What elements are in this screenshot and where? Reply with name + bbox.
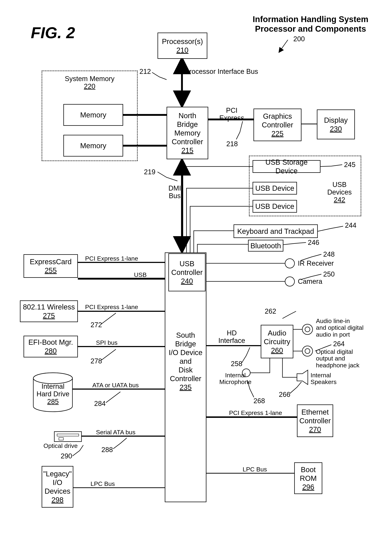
display-name: Display — [324, 116, 348, 125]
mic-l2: Microphone — [216, 379, 254, 385]
dmi-ref: 219 — [144, 168, 155, 176]
graphics-name: Graphics Controller — [255, 112, 300, 129]
ec-usb-label: USB — [134, 271, 147, 278]
hdif-label: HD Interface — [216, 329, 248, 345]
pcie-ref: 218 — [226, 140, 238, 148]
br-l1: Boot — [301, 465, 316, 474]
efi-ref: 280 — [45, 347, 57, 355]
usb-ctrl-top-ref: 240 — [181, 277, 193, 285]
audio-block: Audio Circuitry 260 — [261, 325, 293, 358]
ir-icon — [285, 258, 295, 268]
optical-name: Optical drive — [43, 442, 78, 449]
hdd-l2: Hard Drive — [34, 390, 71, 398]
br-ref: 296 — [302, 483, 314, 491]
spk-l1: Internal — [311, 372, 340, 379]
wireless-pcie-ref: 272 — [90, 321, 102, 329]
camera-icon — [285, 276, 295, 286]
ata-ref: 284 — [94, 400, 106, 408]
hdd-l1: Internal — [34, 383, 71, 390]
expresscard-ref: 255 — [45, 266, 57, 275]
legacy-l1: "Legacy" — [43, 470, 72, 478]
optical-ref: 290 — [61, 452, 72, 460]
eth-ref: 270 — [309, 425, 321, 434]
line-in-l3: audio in port — [316, 331, 370, 338]
usb-devices-title: USB Devices 242 — [322, 181, 357, 204]
processor-name: Processor(s) — [162, 37, 203, 46]
figure-title-line1: Information Handling System — [252, 15, 369, 24]
nb-line3: Controller — [172, 137, 203, 146]
proc-bus-label: Processor Interface Bus — [185, 68, 258, 75]
north-bridge-block: North Bridge Memory Controller 215 — [166, 107, 208, 159]
wireless-block: 802.11 Wireless 275 — [20, 300, 78, 322]
usb-ctrl-top-l1: USB — [179, 259, 194, 268]
lpc-right-label: LPC Bus — [243, 466, 267, 473]
eth-l1: Ethernet — [301, 408, 329, 416]
svg-rect-24 — [59, 438, 63, 440]
out-l1: Optical digital — [316, 348, 370, 355]
efi-block: EFI-Boot Mgr. 280 — [24, 336, 78, 357]
usb-devices-name: USB Devices — [322, 181, 357, 196]
audio-l1: Audio — [268, 329, 286, 337]
sb-l5: Controller — [170, 374, 201, 383]
keyboard-block: Keyboard and Trackpad — [234, 224, 318, 238]
sb-l4: Disk — [179, 365, 193, 374]
bluetooth-name: Bluetooth — [250, 241, 281, 250]
expresscard-block: ExpressCard 255 — [24, 254, 78, 278]
memory-1-name: Memory — [80, 110, 106, 119]
hdd-ref: 285 — [34, 398, 71, 405]
legacy-block: "Legacy" I/O Devices 298 — [42, 466, 73, 508]
memory-2-name: Memory — [80, 141, 106, 150]
mic-ref: 268 — [253, 397, 265, 405]
ethernet-block: Ethernet Controller 270 — [297, 405, 333, 437]
pcie-text: PCI Express — [216, 107, 248, 122]
line-in-l1: Audio line-in — [316, 318, 370, 324]
out-l2: output and — [316, 355, 370, 362]
proc-bus-ref: 212 — [139, 68, 151, 75]
line-in-label: Audio line-in and optical digital audio … — [316, 318, 370, 338]
usb-dev-1-name: USB Device — [255, 184, 294, 193]
figure-title-line2: Processor and Components — [252, 24, 369, 34]
bluetooth-block: Bluetooth — [248, 240, 283, 251]
wireless-pcie-label: PCI Express 1-lane — [85, 304, 138, 310]
nb-ref: 215 — [181, 146, 194, 155]
mic-label: Internal Microphone — [216, 372, 254, 385]
memory-1: Memory — [63, 104, 123, 126]
svg-rect-23 — [57, 434, 79, 436]
memory-2: Memory — [63, 135, 123, 156]
figure-title: Information Handling System Processor an… — [252, 15, 369, 34]
keyboard-name: Keyboard and Trackpad — [237, 227, 314, 236]
display-block: Display 230 — [317, 110, 355, 139]
keyboard-ref: 244 — [345, 222, 356, 229]
svg-line-0 — [279, 40, 288, 52]
ir-ref: 248 — [323, 251, 335, 258]
graphics-ref: 225 — [271, 129, 284, 138]
dmi-label: DMI Bus — [166, 185, 183, 200]
ir-name: IR Receiver — [298, 260, 334, 267]
ata-label: ATA or UATA bus — [92, 382, 139, 389]
usb-controller-block-top: USB Controller 240 — [168, 253, 206, 291]
sata-label: Serial ATA bus — [96, 429, 136, 435]
audio-l2: Circuitry — [264, 337, 290, 346]
camera-ref: 250 — [323, 270, 335, 278]
nb-line2: Memory — [174, 129, 201, 137]
dmi-l1: DMI — [166, 185, 183, 192]
eth-pcie-label: PCI Express 1-lane — [229, 410, 282, 416]
usb-dev-2: USB Device — [253, 200, 297, 213]
output-jack-inner — [305, 348, 310, 354]
boot-rom-block: Boot ROM 296 — [294, 462, 322, 494]
spi-ref: 278 — [90, 357, 102, 365]
sb-l1: South Bridge — [166, 331, 205, 348]
figure-label: FIG. 2 — [31, 24, 75, 42]
audio-ref-num: 262 — [265, 308, 276, 315]
sb-ref: 235 — [180, 383, 192, 392]
line-in-jack-inner — [305, 327, 310, 332]
usb-storage-name: USB Storage Device — [254, 158, 319, 175]
wireless-name: 802.11 Wireless — [23, 303, 75, 311]
svg-rect-22 — [54, 432, 81, 442]
hdif-l1: HD — [216, 329, 248, 337]
legacy-l3: Devices — [45, 487, 70, 495]
hdif-ref: 258 — [231, 360, 242, 368]
system-memory-name: System Memory — [54, 75, 125, 83]
spk-l2: Speakers — [311, 379, 340, 385]
eth-l2: Controller — [299, 416, 331, 425]
